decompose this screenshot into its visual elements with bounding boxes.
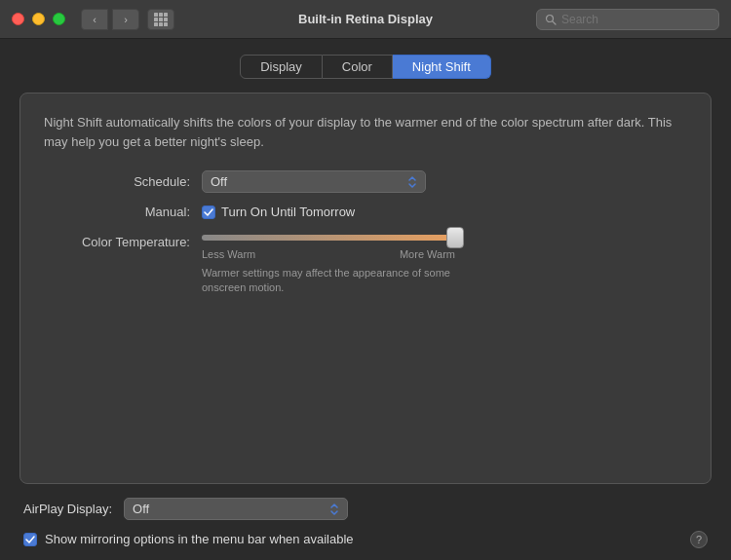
schedule-dropdown[interactable]: Off	[202, 170, 426, 193]
mirroring-row: Show mirroring options in the menu bar w…	[23, 532, 708, 546]
help-button[interactable]: ?	[690, 531, 708, 548]
maximize-button[interactable]	[53, 13, 65, 25]
bottom-section: AirPlay Display: Off Show mirroring opti…	[19, 498, 712, 546]
airplay-value: Off	[133, 502, 149, 516]
airplay-label: AirPlay Display:	[23, 502, 112, 516]
minimize-button[interactable]	[32, 13, 45, 25]
dropdown-arrow-icon	[407, 175, 417, 189]
slider-note: Warmer settings may affect the appearanc…	[202, 266, 455, 296]
grid-icon	[154, 13, 168, 26]
forward-button[interactable]: ›	[112, 9, 139, 30]
airplay-dropdown[interactable]: Off	[124, 498, 348, 520]
schedule-label: Schedule:	[44, 174, 190, 189]
back-button[interactable]: ‹	[81, 9, 108, 30]
slider-container: Less Warm More Warm Warmer settings may …	[202, 235, 455, 296]
mirroring-checkbox[interactable]	[23, 533, 37, 546]
mirroring-label: Show mirroring options in the menu bar w…	[45, 532, 354, 546]
search-icon	[545, 14, 557, 25]
mirroring-checkmark-icon	[25, 536, 35, 543]
description-text: Night Shift automatically shifts the col…	[44, 113, 687, 151]
nav-buttons: ‹ ›	[81, 9, 139, 30]
manual-checkbox[interactable]	[202, 205, 215, 219]
traffic-lights	[12, 13, 65, 25]
tab-nightshift[interactable]: Night Shift	[393, 55, 491, 79]
search-box[interactable]	[536, 9, 719, 30]
grid-button[interactable]	[147, 9, 174, 30]
checkmark-icon	[204, 208, 213, 216]
slider-track[interactable]	[202, 235, 455, 241]
manual-label: Manual:	[44, 205, 190, 219]
schedule-row: Schedule: Off	[44, 170, 687, 193]
titlebar: ‹ › Built-in Retina Display	[0, 0, 731, 39]
airplay-row: AirPlay Display: Off	[23, 498, 708, 520]
less-warm-label: Less Warm	[202, 248, 255, 260]
slider-labels: Less Warm More Warm	[202, 248, 455, 260]
slider-thumb[interactable]	[446, 227, 464, 248]
tab-bar: Display Color Night Shift	[19, 55, 712, 79]
svg-line-1	[553, 20, 556, 23]
schedule-value: Off	[211, 174, 227, 189]
color-temp-row: Color Temperature: Less Warm More Warm W…	[44, 231, 687, 296]
more-warm-label: More Warm	[400, 248, 455, 260]
manual-checkbox-row: Turn On Until Tomorrow	[202, 205, 355, 219]
color-temp-label: Color Temperature:	[44, 235, 190, 249]
manual-checkbox-label: Turn On Until Tomorrow	[221, 205, 355, 219]
tab-color[interactable]: Color	[323, 55, 393, 79]
window-title: Built-in Retina Display	[298, 12, 433, 26]
main-content: Display Color Night Shift Night Shift au…	[0, 39, 731, 560]
night-shift-panel: Night Shift automatically shifts the col…	[19, 93, 712, 484]
close-button[interactable]	[12, 13, 24, 25]
tab-display[interactable]: Display	[240, 55, 323, 79]
airplay-dropdown-arrow-icon	[329, 503, 339, 516]
manual-row: Manual: Turn On Until Tomorrow	[44, 205, 687, 219]
search-input[interactable]	[561, 13, 711, 26]
